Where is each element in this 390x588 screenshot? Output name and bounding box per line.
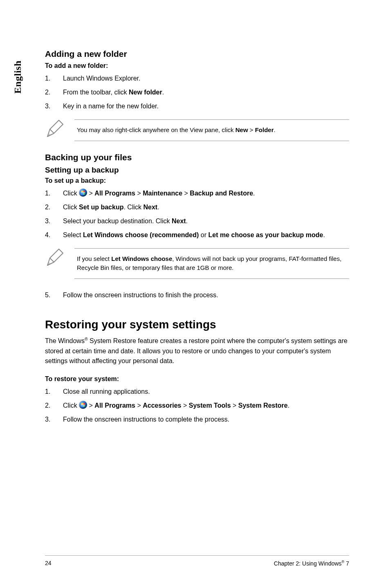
chapter-label: Chapter 2: Using Windows® 7 [274, 560, 349, 567]
step-number: 5. [45, 290, 50, 300]
step-text: > [182, 190, 190, 197]
pencil-icon [45, 248, 65, 268]
windows-start-icon [79, 401, 87, 409]
subheading-setting-up-backup: Setting up a backup [45, 166, 349, 175]
lead-restore-system: To restore your system: [45, 375, 349, 383]
step-item: Click > All Programs > Accessories > Sys… [45, 401, 349, 411]
step-text: Follow the onscreen instructions to fini… [63, 292, 218, 298]
step-bold: All Programs [94, 190, 135, 197]
step-text: From the toolbar, click [63, 89, 129, 96]
step-item: Key in a name for the new folder. [45, 101, 349, 111]
note-body: You may also right-click anywhere on the… [74, 119, 349, 141]
note-bold: New [235, 126, 248, 133]
step-bold: System Tools [189, 402, 231, 409]
step-item: Select Let Windows choose (recommended) … [45, 230, 349, 240]
note-text: You may also right-click anywhere on the… [77, 126, 235, 133]
step-bold: New folder [129, 89, 162, 96]
step-text: Close all running applications. [63, 388, 150, 395]
note-text: > [248, 126, 255, 133]
step-text: Click [63, 402, 79, 409]
paragraph: The Windows® System Restore feature crea… [45, 336, 349, 367]
step-text: > [181, 402, 188, 409]
para-text: System Restore feature creates a restore… [45, 337, 347, 365]
step-bold: All Programs [94, 402, 135, 409]
document-page: English Adding a new folder To add a new… [0, 0, 390, 588]
steps-restore-system: Close all running applications. Click > … [45, 387, 349, 424]
steps-setup-backup: Click > All Programs > Maintenance > Bac… [45, 189, 349, 240]
steps-add-folder: Launch Windows Explorer. From the toolba… [45, 74, 349, 111]
chapter-text: Chapter 2: Using Windows [274, 560, 342, 567]
step-text: > [87, 402, 94, 409]
lead-setup-backup: To set up a backup: [45, 177, 349, 184]
windows-start-icon [79, 189, 87, 197]
step-text: Key in a name for the new folder. [63, 103, 159, 110]
heading-adding-new-folder: Adding a new folder [45, 49, 349, 59]
step-text: > [135, 402, 143, 409]
step-bold: Let me choose as your backup mode [208, 231, 323, 238]
step-item: Close all running applications. [45, 387, 349, 397]
step-text: > [87, 190, 94, 197]
step-text: . Click [123, 204, 143, 211]
step-text: Select [63, 231, 83, 238]
step-bold: Maintenance [143, 190, 182, 197]
step-bold: Next [143, 204, 157, 211]
heading-restoring-system: Restoring your system settings [45, 318, 349, 331]
chapter-text: 7 [344, 560, 349, 567]
step-bold: Set up backup [79, 204, 123, 211]
step-text: Click [63, 190, 79, 197]
step-text: . [323, 231, 325, 238]
step-text: > [135, 190, 143, 197]
step-item: Select your backup destination. Click Ne… [45, 216, 349, 226]
step-bold: Let Windows choose (recommended) [83, 231, 199, 238]
note-body: If you select Let Windows choose, Window… [74, 248, 349, 279]
step-bold: Backup and Restore [190, 190, 253, 197]
step-item: Click > All Programs > Maintenance > Bac… [45, 189, 349, 198]
language-label: English [12, 61, 23, 94]
step-text: Click [63, 204, 79, 211]
note-bold: Let Windows choose [111, 255, 172, 262]
note-bold: Folder [255, 126, 274, 133]
note-text: If you select [77, 255, 111, 262]
step-text: or [199, 231, 208, 238]
step-item: Click Set up backup. Click Next. [45, 202, 349, 212]
step-text: Select your backup destination. Click [63, 218, 172, 224]
step-bold: System Restore [238, 402, 288, 409]
step-item: From the toolbar, click New folder. [45, 88, 349, 97]
step-item: Launch Windows Explorer. [45, 74, 349, 83]
step-text: . [162, 89, 164, 96]
step-text: . [253, 190, 255, 197]
step-text: . [288, 402, 289, 409]
note-block: You may also right-click anywhere on the… [45, 119, 349, 141]
step-text: > [231, 402, 238, 409]
step-bold: Accessories [143, 402, 181, 409]
step-bold: Next [172, 218, 186, 224]
step-text: . [157, 204, 159, 211]
note-block: If you select Let Windows choose, Window… [45, 248, 349, 279]
step-item: 5. Follow the onscreen instructions to f… [45, 290, 349, 300]
lead-add-folder: To add a new folder: [45, 62, 349, 70]
step-text: Launch Windows Explorer. [63, 75, 140, 82]
registered-mark: ® [85, 337, 88, 341]
page-footer: 24 Chapter 2: Using Windows® 7 [45, 555, 349, 567]
step-text: Follow the onscreen instructions to comp… [63, 416, 229, 423]
step-text: . [186, 218, 188, 224]
pencil-icon [45, 119, 65, 139]
heading-backing-up: Backing up your files [45, 153, 349, 162]
para-text: The Windows [45, 337, 85, 344]
page-number: 24 [45, 560, 52, 567]
note-text: . [274, 126, 276, 133]
step-item: Follow the onscreen instructions to comp… [45, 415, 349, 424]
